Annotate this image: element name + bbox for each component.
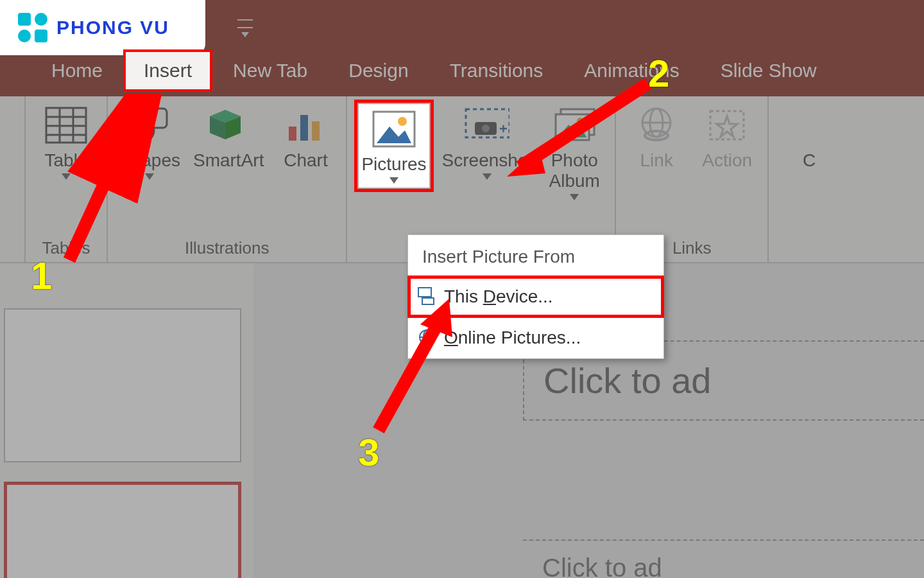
content-placeholder-text: Click to ad	[542, 554, 924, 578]
slide-thumbnail[interactable]	[4, 482, 241, 578]
smartart-label: SmartArt	[193, 150, 264, 171]
pictures-icon	[372, 108, 416, 150]
tab-home[interactable]: Home	[32, 51, 122, 91]
links-group-label: Links	[672, 236, 712, 258]
partial-button[interactable]: C	[780, 104, 838, 171]
svg-rect-32	[422, 298, 434, 304]
link-label: Link	[640, 150, 673, 171]
svg-rect-6	[144, 109, 167, 128]
tab-design[interactable]: Design	[329, 51, 427, 91]
table-icon	[44, 104, 89, 146]
title-placeholder-text: Click to ad	[543, 360, 924, 401]
logo-mark-icon	[18, 13, 47, 42]
svg-rect-12	[300, 115, 308, 141]
dropdown-online-pictures[interactable]: Online Pictures...	[408, 317, 663, 358]
pictures-button[interactable]: Pictures	[359, 104, 429, 188]
tab-transitions[interactable]: Transitions	[431, 51, 563, 91]
group-tables: Table Tables	[26, 96, 108, 262]
slide-thumbnail-pane[interactable]	[0, 263, 253, 578]
action-label: Action	[702, 150, 752, 171]
svg-rect-31	[418, 288, 431, 297]
device-icon	[417, 286, 436, 306]
dropdown-online-label: Online Pictures...	[444, 328, 581, 347]
dropdown-this-device-label: This Device...	[444, 286, 553, 306]
screenshot-button[interactable]: + Screenshot	[442, 104, 533, 180]
content-placeholder[interactable]: Click to ad	[523, 539, 924, 578]
tab-newtab[interactable]: New Tab	[214, 51, 327, 91]
smartart-icon	[206, 104, 251, 146]
link-icon	[634, 104, 679, 146]
screenshot-icon: +	[465, 104, 509, 146]
qat-customize-icon[interactable]	[237, 19, 253, 28]
screenshot-label: Screenshot	[442, 150, 533, 180]
link-button[interactable]: Link	[628, 104, 685, 171]
photo-album-label: Photo Album	[549, 150, 600, 200]
pictures-label: Pictures	[361, 154, 426, 184]
partial-label: C	[803, 150, 816, 171]
svg-point-7	[131, 119, 154, 142]
tab-animations[interactable]: Animations	[565, 51, 698, 91]
group-leading-fragment	[0, 96, 26, 262]
chart-label: Chart	[284, 150, 327, 171]
group-trailing-fragment: C	[769, 96, 838, 262]
svg-text:+: +	[499, 121, 508, 137]
shapes-button[interactable]: Shapes	[119, 104, 180, 180]
svg-point-28	[645, 131, 668, 140]
action-icon	[705, 104, 749, 146]
table-button[interactable]: Table	[37, 104, 95, 180]
action-button[interactable]: Action	[698, 104, 756, 171]
pictures-dropdown: Insert Picture From This Device... Onlin…	[407, 234, 664, 359]
svg-point-24	[577, 118, 583, 124]
tables-group-label: Tables	[42, 236, 90, 258]
photo-album-button[interactable]: Photo Album	[545, 104, 603, 200]
chart-icon	[283, 104, 328, 146]
svg-point-15	[398, 117, 407, 126]
tab-insert[interactable]: Insert	[124, 51, 211, 91]
ribbon-tabstrip: Home Insert New Tab Design Transitions A…	[0, 45, 924, 96]
slide-thumbnail[interactable]	[4, 308, 241, 462]
shapes-icon	[127, 104, 172, 146]
svg-point-19	[482, 125, 490, 132]
logo-text: PHONG VU	[56, 17, 169, 39]
illustrations-group-label: Illustrations	[185, 236, 270, 258]
watermark-logo: PHONG VU	[0, 0, 205, 55]
photo-album-icon	[552, 104, 597, 146]
group-illustrations: Shapes SmartArt Chart Illustrations	[108, 96, 347, 262]
svg-marker-30	[717, 116, 737, 137]
svg-rect-13	[312, 121, 320, 141]
tab-slideshow[interactable]: Slide Show	[701, 51, 836, 91]
shapes-label: Shapes	[119, 150, 180, 180]
globe-icon	[417, 328, 436, 347]
smartart-button[interactable]: SmartArt	[193, 104, 264, 171]
table-label: Table	[45, 150, 88, 180]
dropdown-this-device[interactable]: This Device...	[408, 276, 663, 317]
chart-button[interactable]: Chart	[277, 104, 334, 171]
dropdown-header: Insert Picture From	[408, 235, 663, 276]
svg-rect-11	[289, 127, 296, 141]
